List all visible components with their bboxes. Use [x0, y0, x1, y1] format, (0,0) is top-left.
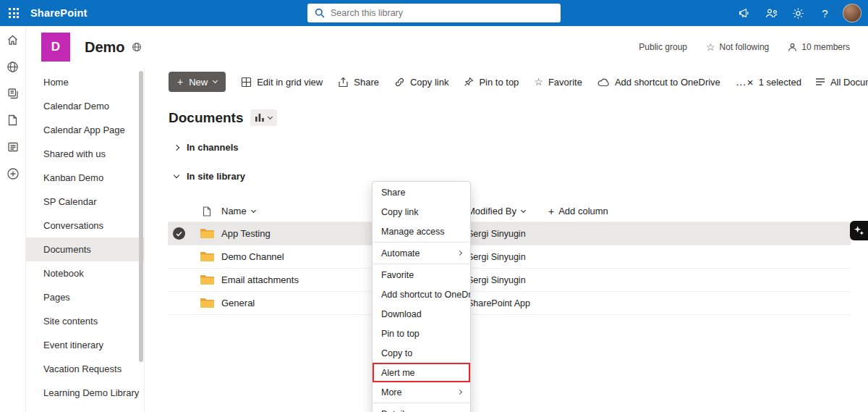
- row-selected-check-icon[interactable]: [173, 227, 185, 240]
- app-name[interactable]: SharePoint: [30, 7, 88, 19]
- nav-item-calendar-app-page[interactable]: Calendar App Page: [26, 118, 144, 142]
- table-row-email-attachments[interactable]: Email attachments Sergi Sinyugin: [168, 269, 851, 292]
- library-list-icon[interactable]: [6, 140, 20, 154]
- search-box[interactable]: [307, 4, 561, 22]
- nav-item-documents[interactable]: Documents: [26, 237, 144, 261]
- add-column-button[interactable]: + Add column: [548, 206, 608, 216]
- file-name[interactable]: Email attachments: [221, 274, 299, 285]
- copy-link-button[interactable]: Copy link: [394, 77, 448, 88]
- globe-icon[interactable]: [6, 59, 20, 74]
- site-title[interactable]: Demo: [85, 39, 125, 56]
- create-plus-icon[interactable]: [6, 167, 20, 181]
- chevron-down-icon: [213, 78, 218, 83]
- table-row-demo-channel[interactable]: Demo Channel Sergi Sinyugin: [168, 245, 851, 269]
- nav-item-shared-with-us[interactable]: Shared with us: [26, 142, 144, 166]
- section-in-channels[interactable]: In channels: [174, 142, 239, 153]
- add-shortcut-onedrive-label: Add shortcut to OneDrive: [615, 77, 720, 88]
- plus-icon: +: [548, 206, 554, 216]
- menu-item-share[interactable]: Share: [373, 182, 470, 202]
- clear-selection-button[interactable]: × 1 selected: [747, 77, 801, 88]
- site-header: D Demo Public group ☆ Not following 10 m…: [26, 26, 868, 68]
- ellipsis-icon: …: [736, 80, 747, 84]
- name-column-header[interactable]: Name: [221, 206, 255, 216]
- menu-item-download[interactable]: Download: [373, 304, 470, 324]
- folder-icon: [192, 228, 221, 239]
- share-icon: [338, 77, 349, 88]
- view-list-icon: [815, 77, 825, 86]
- settings-gear-icon[interactable]: [785, 0, 812, 26]
- menu-item-alert-me[interactable]: Alert me: [373, 363, 470, 382]
- edit-grid-view-button[interactable]: Edit in grid view: [241, 77, 323, 88]
- add-column-label: Add column: [558, 206, 608, 216]
- extension-sparkle-badge[interactable]: [850, 221, 868, 240]
- new-button[interactable]: + New: [169, 72, 226, 92]
- menu-item-manage-access[interactable]: Manage access: [373, 222, 470, 241]
- search-input[interactable]: [331, 8, 553, 18]
- menu-label: Automate: [381, 248, 420, 258]
- view-selector[interactable]: All Documents: [815, 77, 868, 88]
- table-row-general[interactable]: General SharePoint App: [168, 292, 851, 315]
- nav-item-calendar-demo[interactable]: Calendar Demo: [26, 94, 144, 118]
- nav-item-kanban-demo[interactable]: Kanban Demo: [26, 166, 144, 190]
- view-toggle-button[interactable]: [250, 109, 277, 126]
- site-header-right: Public group ☆ Not following 10 members: [639, 42, 850, 52]
- submenu-chevron-right-icon: [457, 390, 462, 395]
- nav-item-event-itinerary[interactable]: Event itinerary: [26, 333, 144, 357]
- modified-by-value: SharePoint App: [467, 298, 530, 308]
- nav-scrollbar[interactable]: [139, 71, 143, 362]
- account-avatar[interactable]: [838, 0, 865, 26]
- news-icon[interactable]: [6, 86, 20, 101]
- nav-item-home[interactable]: Home: [26, 70, 144, 94]
- plus-icon: +: [177, 77, 183, 87]
- nav-item-site-contents[interactable]: Site contents: [26, 309, 144, 333]
- add-shortcut-onedrive-button[interactable]: Add shortcut to OneDrive: [597, 77, 720, 88]
- section-in-channels-label: In channels: [187, 142, 239, 153]
- pin-to-top-label: Pin to top: [479, 77, 519, 88]
- site-logo[interactable]: D: [41, 33, 70, 62]
- home-icon[interactable]: [6, 33, 20, 47]
- menu-item-automate[interactable]: Automate: [373, 243, 470, 263]
- member-icon: [788, 43, 797, 52]
- menu-item-add-shortcut-onedrive[interactable]: Add shortcut to OneDrive: [373, 285, 470, 304]
- nav-item-learning-demo-library[interactable]: Learning Demo Library: [26, 381, 144, 405]
- help-icon[interactable]: ?: [812, 0, 838, 26]
- section-in-site-library[interactable]: In site library: [174, 171, 245, 182]
- link-icon: [394, 77, 405, 88]
- menu-item-pin-to-top[interactable]: Pin to top: [373, 324, 470, 343]
- members-button[interactable]: 10 members: [788, 42, 850, 52]
- favorite-button[interactable]: ☆ Favorite: [534, 77, 582, 88]
- app-rail: [0, 26, 26, 412]
- nav-item-conversations[interactable]: Conversations: [26, 214, 144, 237]
- privacy-label: Public group: [639, 42, 687, 52]
- file-name[interactable]: Demo Channel: [221, 251, 284, 262]
- more-commands-button[interactable]: …: [736, 80, 747, 84]
- menu-item-copy-to[interactable]: Copy to: [373, 343, 470, 363]
- file-name[interactable]: App Testing: [221, 228, 271, 239]
- share-button[interactable]: Share: [338, 77, 379, 88]
- app-launcher-waffle-icon[interactable]: [0, 0, 27, 26]
- star-icon: ☆: [706, 42, 715, 52]
- nav-item-vacation-requests[interactable]: Vacation Requests: [26, 357, 144, 381]
- people-icon[interactable]: [758, 0, 785, 26]
- menu-item-more[interactable]: More: [373, 382, 470, 402]
- nav-item-pages[interactable]: Pages: [26, 285, 144, 309]
- menu-label: Copy link: [381, 207, 418, 217]
- grid-icon: [241, 77, 252, 88]
- menu-item-copy-link[interactable]: Copy link: [373, 202, 470, 222]
- selected-count-label: 1 selected: [759, 77, 801, 88]
- table-row-app-testing[interactable]: App Testing … Sergi Sinyugin: [168, 222, 851, 245]
- menu-item-favorite[interactable]: Favorite: [373, 265, 470, 285]
- feedback-megaphone-icon[interactable]: [731, 0, 758, 26]
- modified-by-column-header[interactable]: Modified By: [467, 206, 525, 216]
- pin-to-top-button[interactable]: Pin to top: [464, 77, 519, 88]
- file-type-column-icon[interactable]: [192, 206, 221, 216]
- file-name[interactable]: General: [221, 298, 255, 308]
- menu-item-details[interactable]: Details: [373, 404, 470, 412]
- follow-button[interactable]: ☆ Not following: [706, 42, 769, 52]
- nav-item-notebook[interactable]: Notebook: [26, 261, 144, 285]
- menu-divider: [373, 403, 470, 403]
- nav-item-sp-calendar[interactable]: SP Calendar: [26, 190, 144, 214]
- document-icon[interactable]: [6, 113, 20, 127]
- menu-label: Share: [381, 188, 405, 198]
- modified-by-value: Sergi Sinyugin: [467, 229, 526, 239]
